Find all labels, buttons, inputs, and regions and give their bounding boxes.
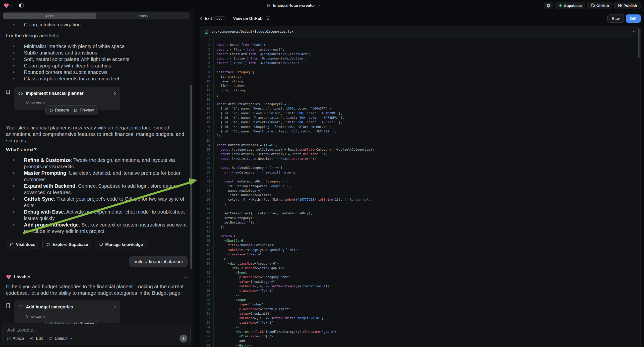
supabase-button[interactable]: Supabase	[555, 2, 585, 9]
code-line: 29▾ const handleAddCategory = () => {	[200, 166, 640, 170]
line-number: 58	[200, 298, 210, 302]
code-line: 23	[200, 138, 640, 143]
exit-button[interactable]: Exit ESC	[200, 16, 225, 21]
arrow-up-icon	[182, 337, 186, 340]
line-number: 12	[200, 88, 210, 92]
code-line: 60 placeholder="Monthly limit"	[200, 307, 640, 312]
line-number: 28	[200, 161, 210, 166]
fold-arrow	[210, 216, 214, 220]
sidebar-toggle-button[interactable]	[18, 2, 25, 9]
settings-button[interactable]	[544, 2, 553, 9]
fold-arrow	[210, 188, 214, 193]
tab-chat[interactable]: Chat	[3, 13, 96, 19]
list-item: Rounded corners and subtle shadows	[6, 69, 188, 76]
raw-toggle-button[interactable]: Raw	[608, 14, 624, 23]
code-line: 41 setNewLimit('');	[200, 220, 640, 225]
fold-arrow	[210, 175, 214, 179]
line-number: 4	[200, 52, 210, 56]
version-card-implement-financial-planner[interactable]: Implement financial planner View code Re…	[14, 87, 120, 110]
fold-arrow	[210, 316, 214, 320]
model-selector[interactable]: Default	[49, 336, 72, 341]
fold-arrow	[210, 52, 214, 56]
code-line: 37 };	[200, 202, 640, 206]
fold-arrow	[210, 298, 214, 302]
fold-arrow[interactable]: ▾	[210, 70, 214, 74]
lovable-menu-button[interactable]	[4, 3, 13, 8]
supabase-icon	[558, 4, 562, 8]
target-icon	[30, 336, 34, 340]
fold-arrow	[210, 184, 214, 188]
line-number: 22	[200, 134, 210, 138]
diff-toggle-button[interactable]: Diff	[626, 14, 641, 23]
bookmark-icon[interactable]	[6, 303, 10, 308]
fold-arrow	[210, 152, 214, 156]
fold-arrow	[210, 56, 214, 61]
list-item: Soft, neutral color palette with light b…	[6, 56, 188, 62]
project-switcher[interactable]: financial-future-creator	[266, 0, 320, 11]
line-number: 26	[200, 152, 210, 156]
line-number: 49	[200, 257, 210, 261]
fold-arrow	[210, 211, 214, 216]
line-number: 35	[200, 193, 210, 198]
view-on-github-button[interactable]: View on GitHub G	[233, 16, 271, 21]
code-line: 19 { id: '4', name: 'Entertainment', lim…	[200, 120, 640, 124]
send-button[interactable]	[180, 334, 188, 342]
attach-button[interactable]: Attach	[7, 336, 24, 341]
code-line: 14	[200, 97, 640, 102]
restore-icon	[49, 108, 53, 112]
user-message: build a financial planner	[129, 256, 188, 267]
bookmark-icon[interactable]	[6, 89, 10, 94]
tab-history[interactable]: History	[96, 13, 189, 19]
fold-arrow[interactable]: ▾	[210, 102, 214, 106]
line-number: 13	[200, 93, 210, 97]
code-line: 40 setNewCategory('');	[200, 216, 640, 220]
fold-arrow	[210, 343, 214, 347]
fold-arrow	[210, 220, 214, 225]
chat-history-tabs: Chat History	[3, 12, 189, 20]
edit-mode-button[interactable]: Edit	[30, 336, 43, 341]
line-number: 8	[200, 70, 210, 74]
fold-arrow	[210, 302, 214, 307]
line-number: 37	[200, 202, 210, 206]
explore-supabase-button[interactable]: Explore Supabase	[42, 240, 92, 249]
restore-button[interactable]: Restore	[49, 107, 69, 114]
github-icon	[591, 4, 595, 8]
chevron-up-icon[interactable]	[632, 30, 636, 32]
publish-button[interactable]: Publish	[614, 2, 640, 9]
sliders-icon	[49, 336, 53, 340]
line-number: 20	[200, 125, 210, 129]
line-number: 47	[200, 248, 210, 252]
version-card-wrap: Add budget categories View code Restore	[6, 300, 120, 323]
line-number: 17	[200, 111, 210, 116]
manage-knowledge-button[interactable]: Manage knowledge	[95, 240, 147, 249]
composer-input[interactable]: Ask Lovable...	[7, 327, 186, 333]
line-number: 27	[200, 156, 210, 161]
design-aesthetic-list: Minimalist interface with plenty of whit…	[6, 43, 188, 82]
version-card-add-budget-categories[interactable]: Add budget categories View code Restore	[14, 300, 120, 323]
code-line: 64 />	[200, 325, 640, 330]
code-line: 65 <Button onClick={handleAddCategory} c…	[200, 330, 640, 334]
code-line: 31	[200, 175, 640, 179]
file-header[interactable]: src/components/budget/BudgetCategories.t…	[200, 26, 640, 37]
fold-arrow[interactable]: ▾	[210, 179, 214, 184]
fold-arrow	[210, 88, 214, 92]
code-line: 38	[200, 206, 640, 211]
restore-preview-pill: Restore Preview	[45, 105, 98, 115]
package-icon	[99, 242, 103, 246]
line-number: 63	[200, 320, 210, 325]
code-scrollbar[interactable]	[638, 28, 640, 58]
line-number: 2	[200, 42, 210, 47]
github-button[interactable]: GitHub	[587, 2, 612, 9]
fold-arrow[interactable]: ▾	[210, 166, 214, 170]
preview-button[interactable]: Preview	[74, 107, 94, 114]
file-path: src/components/budget/BudgetCategories.t…	[212, 30, 630, 33]
chat-scrollbar[interactable]	[190, 85, 192, 269]
whats-next-list: Refine & Customize: Tweak the design, an…	[6, 157, 188, 234]
message-menu-button[interactable]: ···	[181, 274, 188, 280]
bullet-icon	[13, 72, 14, 73]
visit-docs-button[interactable]: Visit docs	[6, 240, 39, 249]
list-item: Master Prompting: Use clear, detailed, a…	[6, 170, 188, 183]
fold-arrow	[210, 280, 214, 284]
fold-arrow[interactable]: ▾	[210, 143, 214, 147]
chat-bubble-icon	[46, 242, 50, 246]
